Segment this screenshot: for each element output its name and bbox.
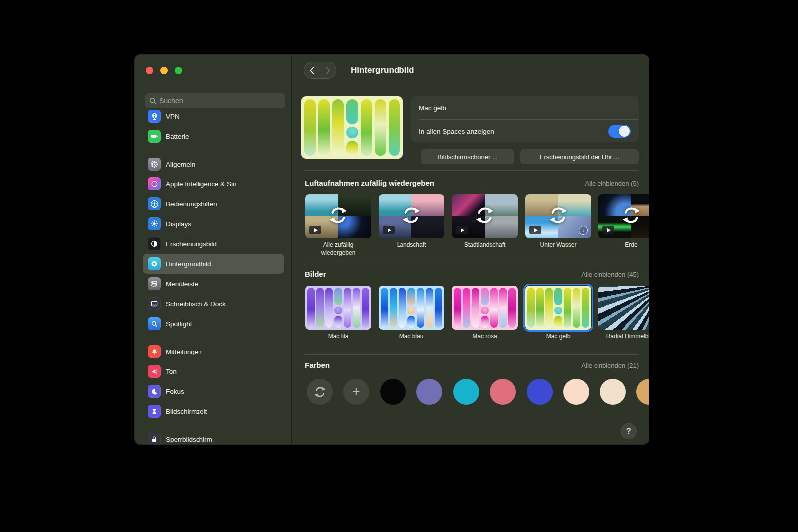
- add-color-swatch[interactable]: +: [343, 379, 369, 405]
- wallpaper-name-row: Mac gelb: [411, 96, 639, 119]
- bilder-thumb-mac-rosa[interactable]: [452, 286, 518, 330]
- forward-button[interactable]: [320, 62, 336, 78]
- wallpaper-info-box: Mac gelb In allen Spaces anzeigen: [411, 96, 639, 142]
- appearance-icon: [148, 237, 161, 250]
- sidebar-item-mitteilungen[interactable]: Mitteilungen: [143, 342, 284, 361]
- settings-window: VPN Batterie Allgemein Apple Intellige: [135, 55, 649, 444]
- color-swatch-tan[interactable]: [636, 379, 649, 405]
- sidebar-item-label: Fokus: [166, 388, 184, 395]
- color-swatch-slate-purple[interactable]: [416, 379, 442, 405]
- help-button[interactable]: ?: [621, 423, 637, 439]
- clock-appearance-button[interactable]: Erscheinungsbild der Uhr ...: [520, 149, 639, 164]
- color-swatch-light-pink[interactable]: [563, 379, 589, 405]
- sidebar-item-displays[interactable]: Displays: [143, 214, 284, 234]
- shuffle-icon: [313, 385, 327, 399]
- bilder-label: Mac rosa: [452, 333, 518, 341]
- aerial-thumb-unter-wasser[interactable]: ↓: [525, 194, 591, 238]
- wallpaper-name: Mac gelb: [419, 104, 446, 112]
- bilder-thumb-mac-blau[interactable]: [379, 286, 444, 330]
- accessibility-icon: [148, 197, 161, 210]
- sidebar-item-spotlight[interactable]: Spotlight: [143, 314, 284, 334]
- sidebar-item-hintergrundbild[interactable]: Hintergrundbild: [143, 254, 284, 274]
- aerial-label: Erde: [598, 241, 649, 249]
- sidebar-item-label: Bedienungshilfen: [166, 200, 217, 208]
- aerial-thumb-alle-zufaellig[interactable]: [305, 194, 371, 238]
- sidebar-item-bildschirmzeit[interactable]: Bildschirmzeit: [143, 401, 284, 421]
- aerial-label: Alle zufällig wiedergeben: [305, 241, 371, 257]
- menubar-icon: [148, 277, 161, 290]
- plus-icon: +: [352, 385, 360, 398]
- sidebar-item-label: Menüleiste: [166, 280, 198, 288]
- search-input[interactable]: [159, 97, 281, 105]
- sidebar-item-label: Hintergrundbild: [166, 260, 211, 268]
- shuffle-icon: [328, 205, 349, 228]
- hourglass-icon: [148, 405, 161, 418]
- sidebar-item-ton[interactable]: Ton: [143, 361, 284, 381]
- shuffle-icon: [548, 205, 569, 228]
- shuffle-color-swatch[interactable]: [307, 379, 333, 405]
- screensaver-button[interactable]: Bildschirmschoner ...: [421, 149, 514, 164]
- sidebar-item-label: Allgemein: [166, 161, 195, 168]
- back-button[interactable]: [304, 62, 320, 78]
- bilder-label: Mac gelb: [525, 333, 591, 341]
- sidebar-item-allgemein[interactable]: Allgemein: [143, 154, 284, 174]
- color-swatch-black[interactable]: [380, 379, 406, 405]
- sidebar-item-label: Apple Intelligence & Siri: [166, 180, 237, 188]
- farben-show-all[interactable]: Alle einblenden (21): [305, 362, 639, 369]
- nav-history: [304, 62, 336, 78]
- spaces-row: In allen Spaces anzeigen: [411, 120, 639, 143]
- sidebar-list: VPN Batterie Allgemein Apple Intellige: [143, 106, 284, 444]
- sun-icon: [148, 217, 161, 230]
- minimize-button[interactable]: [160, 67, 168, 74]
- bilder-show-all[interactable]: Alle einblenden (45): [305, 271, 639, 278]
- bilder-label: Radial Himmelblau: [598, 333, 649, 341]
- sidebar-item-vpn[interactable]: VPN: [143, 106, 284, 126]
- shuffle-icon: [474, 205, 495, 228]
- close-button[interactable]: [146, 67, 153, 74]
- sidebar-item-menuleiste[interactable]: Menüleiste: [143, 274, 284, 294]
- aerial-thumb-landschaft[interactable]: [379, 194, 444, 238]
- spaces-label: In allen Spaces anzeigen: [419, 128, 494, 135]
- wallpaper-art-gelb: [301, 96, 403, 159]
- bilder-thumb-radial[interactable]: [598, 286, 649, 330]
- bilder-thumb-mac-gelb[interactable]: [525, 286, 591, 330]
- main-content: Hintergrundbild Mac gelb In allen Spaces…: [292, 55, 649, 444]
- sidebar-item-batterie[interactable]: Batterie: [143, 126, 284, 146]
- aerials-show-all[interactable]: Alle einblenden (5): [305, 180, 639, 187]
- sidebar-item-apple-intelligence-siri[interactable]: Apple Intelligence & Siri: [143, 174, 284, 194]
- aerial-label: Unter Wasser: [525, 241, 591, 249]
- sidebar: VPN Batterie Allgemein Apple Intellige: [135, 55, 292, 444]
- zoom-button[interactable]: [175, 67, 182, 74]
- desktop-dock-icon: [148, 297, 161, 310]
- aerial-thumb-erde[interactable]: [598, 194, 649, 238]
- color-swatch-cyan[interactable]: [453, 379, 479, 405]
- toggle-knob: [619, 126, 630, 137]
- window-controls: [146, 67, 182, 74]
- sidebar-item-fokus[interactable]: Fokus: [143, 381, 284, 401]
- video-badge-icon: [529, 226, 541, 234]
- wallpaper-icon: [148, 257, 161, 270]
- sidebar-item-bedienungshilfen[interactable]: Bedienungshilfen: [143, 194, 284, 214]
- sidebar-group-gap: [143, 146, 284, 154]
- color-swatch-rose[interactable]: [490, 379, 516, 405]
- video-badge-icon: [309, 226, 321, 234]
- aerial-thumb-stadtlandschaft[interactable]: [452, 194, 518, 238]
- sidebar-item-sperrbildschirm[interactable]: Sperrbildschirm: [143, 429, 284, 444]
- aerial-label: Stadtlandschaft: [452, 241, 518, 249]
- spaces-toggle[interactable]: [608, 125, 631, 138]
- shuffle-icon: [401, 205, 422, 228]
- color-swatch-royal-blue[interactable]: [527, 379, 553, 405]
- speaker-icon: [148, 365, 161, 378]
- gear-icon: [148, 158, 161, 171]
- bilder-thumb-mac-lila[interactable]: [305, 286, 371, 330]
- page-title: Hintergrundbild: [351, 65, 414, 75]
- search-icon: [149, 97, 156, 104]
- sidebar-item-label: Bildschirmzeit: [166, 408, 207, 415]
- bell-icon: [148, 345, 161, 358]
- sidebar-item-label: Sperrbildschirm: [166, 436, 212, 443]
- sidebar-item-schreibtisch-dock[interactable]: Schreibtisch & Dock: [143, 294, 284, 314]
- sidebar-item-label: VPN: [166, 113, 180, 120]
- sidebar-item-erscheinungsbild[interactable]: Erscheinungsbild: [143, 234, 284, 254]
- color-swatch-cream[interactable]: [600, 379, 626, 405]
- current-wallpaper-preview[interactable]: [301, 96, 403, 159]
